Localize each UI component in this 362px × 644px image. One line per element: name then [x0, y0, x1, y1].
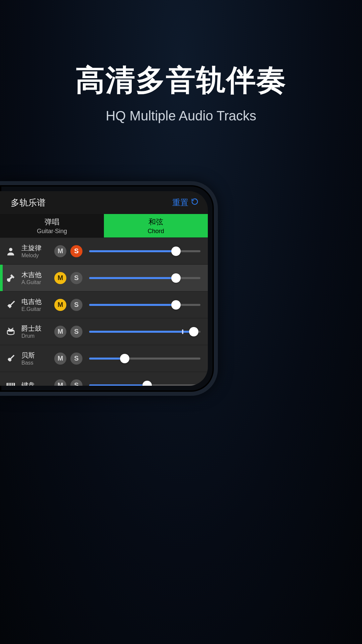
volume-slider[interactable] — [89, 326, 200, 338]
hero-title-cn: 高清多音轨伴奏 — [0, 60, 362, 100]
solo-button[interactable]: S — [70, 353, 82, 365]
slider-thumb[interactable] — [142, 381, 152, 386]
track-row[interactable]: 电吉他 E.Guitar M S — [0, 291, 208, 318]
slider-thumb[interactable] — [171, 300, 181, 310]
slider-thumb[interactable] — [189, 327, 198, 336]
slider-thumb[interactable] — [171, 273, 181, 283]
solo-button[interactable]: S — [70, 379, 82, 386]
track-name-cn: 电吉他 — [21, 297, 54, 306]
solo-button[interactable]: S — [70, 326, 82, 338]
mute-solo-group: M S — [54, 326, 82, 338]
track-labels: 主旋律 Melody — [21, 244, 54, 259]
bass-icon — [5, 353, 17, 365]
mute-solo-group: M S — [54, 299, 82, 311]
track-labels: 木吉他 A.Guitar — [21, 270, 54, 285]
hero: 高清多音轨伴奏 HQ Multiple Audio Tracks — [0, 0, 362, 123]
track-name-en: A.Guitar — [21, 279, 54, 285]
solo-button[interactable]: S — [70, 272, 82, 284]
mute-button[interactable]: M — [54, 326, 66, 338]
drum-icon — [5, 326, 17, 338]
reset-button[interactable]: 重置 — [172, 197, 198, 208]
tab-label-cn: 和弦 — [148, 217, 163, 227]
track-row[interactable]: 爵士鼓 Drum M S — [0, 318, 208, 345]
eguitar-icon — [5, 299, 17, 311]
track-labels: 爵士鼓 Drum — [21, 324, 54, 339]
volume-slider[interactable] — [89, 245, 200, 257]
tab-chord[interactable]: 和弦 Chord — [104, 214, 208, 237]
track-row[interactable]: 键盘 M S — [0, 372, 208, 386]
tab-guitar-sing[interactable]: 弹唱 Guitar·Sing — [0, 214, 104, 237]
tab-label-en: Guitar·Sing — [37, 228, 67, 235]
track-name-cn: 主旋律 — [21, 244, 54, 253]
guitar-icon — [5, 272, 17, 284]
track-row[interactable]: 木吉他 A.Guitar M S — [0, 264, 208, 291]
slider-tick — [182, 329, 183, 334]
track-name-cn: 木吉他 — [21, 270, 54, 279]
slider-thumb[interactable] — [171, 247, 181, 256]
track-name-en: Melody — [21, 253, 54, 259]
track-labels: 电吉他 E.Guitar — [21, 297, 54, 312]
track-name-cn: 爵士鼓 — [21, 324, 54, 333]
slider-thumb[interactable] — [120, 354, 129, 363]
mute-button[interactable]: M — [54, 353, 66, 365]
panel-title: 多轨乐谱 — [11, 197, 46, 209]
track-row[interactable]: 主旋律 Melody M S — [0, 237, 208, 264]
svg-point-0 — [9, 248, 12, 251]
phone-screen: 多轨乐谱 重置 弹唱 Guitar·Sing 和弦 Chord — [0, 191, 208, 386]
reset-label: 重置 — [172, 197, 188, 208]
tab-label-en: Chord — [147, 228, 164, 235]
tabs: 弹唱 Guitar·Sing 和弦 Chord — [0, 214, 208, 237]
mute-solo-group: M S — [54, 272, 82, 284]
mute-button[interactable]: M — [54, 379, 66, 386]
track-name-cn: 键盘 — [21, 381, 54, 386]
mute-solo-group: M S — [54, 245, 82, 257]
track-list: 主旋律 Melody M S 木吉他 — [0, 237, 208, 386]
volume-slider[interactable] — [89, 353, 200, 365]
person-icon — [5, 245, 17, 257]
mute-solo-group: M S — [54, 353, 82, 365]
mute-solo-group: M S — [54, 379, 82, 386]
phone-frame: 多轨乐谱 重置 弹唱 Guitar·Sing 和弦 Chord — [0, 181, 218, 396]
track-name-cn: 贝斯 — [21, 351, 54, 360]
mute-button[interactable]: M — [54, 299, 66, 311]
hero-title-en: HQ Multiple Audio Tracks — [0, 108, 362, 123]
track-name-en: Drum — [21, 333, 54, 339]
volume-slider[interactable] — [89, 299, 200, 311]
track-name-en: Bass — [21, 360, 54, 366]
svg-rect-2 — [7, 383, 15, 386]
volume-slider[interactable] — [89, 379, 200, 386]
reset-icon — [191, 198, 198, 207]
volume-slider[interactable] — [89, 272, 200, 284]
piano-icon — [5, 379, 17, 386]
track-row[interactable]: 贝斯 Bass M S — [0, 345, 208, 372]
solo-button[interactable]: S — [70, 299, 82, 311]
tab-label-cn: 弹唱 — [45, 217, 59, 227]
mute-button[interactable]: M — [54, 272, 66, 284]
solo-button[interactable]: S — [70, 245, 82, 257]
track-labels: 贝斯 Bass — [21, 351, 54, 366]
mute-button[interactable]: M — [54, 245, 66, 257]
track-name-en: E.Guitar — [21, 306, 54, 312]
track-labels: 键盘 — [21, 381, 54, 386]
topbar: 多轨乐谱 重置 — [0, 191, 208, 214]
